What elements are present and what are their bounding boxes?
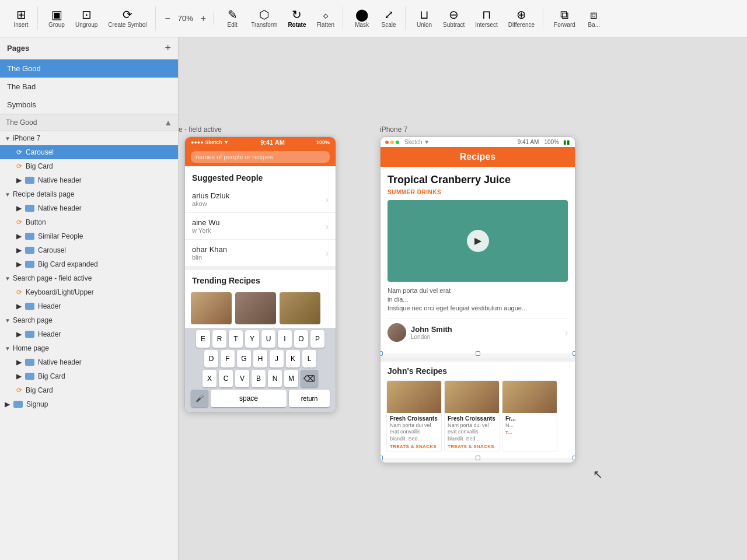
back-button[interactable]: ⧈ Ba... [581,6,607,30]
layer-item-home-big-card-symbol[interactable]: ⟳ Big Card [0,383,178,397]
page-tab-the-good[interactable]: The Good [0,60,178,78]
mask-button[interactable]: ⬤ Mask [349,6,375,30]
selection-divider [381,354,575,358]
key-l[interactable]: L [302,350,316,368]
layer-item-keyboard[interactable]: ⟳ Keyboard/Light/Upper [0,285,178,299]
key-b[interactable]: B [252,370,266,387]
subtract-button[interactable]: ⊖ Subtract [438,6,469,30]
layer-item-big-card[interactable]: ⟳ Big Card [0,159,178,173]
layer-item-label: Native header [38,358,82,366]
layer-group-search-active[interactable]: ▼ Search page - field active [0,271,178,285]
layer-item-native-header[interactable]: ▶ Native header [0,173,178,187]
key-i[interactable]: I [278,330,292,348]
intersect-button[interactable]: ⊓ Intersect [470,6,502,30]
person-row-1[interactable]: arius Dziuk akow › [185,186,336,213]
key-r[interactable]: R [212,330,226,348]
key-g[interactable]: G [237,350,251,368]
key-c[interactable]: C [219,370,233,387]
layer-item-recipe-native-header[interactable]: ▶ Native header [0,201,178,215]
canvas[interactable]: e - field active ●●●● Sketch ▼ 9:41 AM 1… [179,37,747,560]
layer-group-recipe-details[interactable]: ▼ Recipe details page [0,187,178,201]
key-return[interactable]: return [289,390,330,407]
key-k[interactable]: K [286,350,300,368]
suggested-section: Suggested People [185,166,336,186]
folder-icon [25,233,34,240]
sketch-dots: Sketch ▼ 9:41 AM 100% ▮▮ [381,137,575,147]
recipe-nav-title: Recipes [388,152,568,162]
forward-button[interactable]: ⧉ Forward [549,6,580,30]
recipe-card-2[interactable]: Fresh Croissants Nam porta dui vel erat … [444,380,500,452]
layer-item-home-native-header[interactable]: ▶ Native header [0,355,178,369]
layer-group-home[interactable]: ▼ Home page [0,341,178,355]
mask-icon: ⬤ [355,9,368,20]
layer-item-signup[interactable]: ▶ Signup [0,397,178,411]
layer-item-label: Native header [38,204,82,212]
layer-item-home-big-card-folder[interactable]: ▶ Big Card [0,369,178,383]
layer-item-button[interactable]: ⟳ Button [0,215,178,229]
recipe-card-body-2: Fresh Croissants Nam porta dui vel erat … [445,413,499,452]
key-u[interactable]: U [261,330,275,348]
layer-item-carousel2[interactable]: ▶ Carousel [0,243,178,257]
zoom-in-button[interactable]: + [198,12,208,25]
group-button[interactable]: ▣ Group [44,6,69,30]
ungroup-button[interactable]: ⊡ Ungroup [71,6,102,30]
key-p[interactable]: P [310,330,324,348]
key-j[interactable]: J [270,350,284,368]
layer-group-iphone7[interactable]: ▼ iPhone 7 [0,131,178,145]
recipe-description: Nam porta dui vel eratin dia...tristique… [388,286,568,313]
recipe-card-3[interactable]: Fr... N... T... [502,380,557,452]
recipe-card-desc-2: Nam porta dui vel erat convallis blandit… [448,422,496,443]
layer-item-header-sp[interactable]: ▶ Header [0,327,178,341]
scale-button[interactable]: ⤢ Scale [376,6,402,30]
layer-item-big-card-expanded[interactable]: ▶ Big Card expanded [0,257,178,271]
add-page-button[interactable]: + [165,42,171,54]
search-active-label: Search page - field active [13,274,92,282]
recipe-cards-row: Fresh Croissants Nam porta dui vel erat … [381,378,575,458]
create-symbol-button[interactable]: ⟳ Create Symbol [103,6,151,30]
union-button[interactable]: ⊔ Union [411,6,437,30]
folder-icon-native-header [25,177,34,184]
key-space[interactable]: space [211,390,287,407]
recipe-video[interactable]: ▶ [388,200,568,282]
expand-arrow-recipe: ▼ [5,191,11,198]
flatten-button[interactable]: ⬦ Flatten [312,6,340,30]
ungroup-label: Ungroup [75,22,97,28]
recipe-card-desc-3: N... [505,422,554,429]
zoom-out-button[interactable]: − [163,12,173,25]
layer-item-similar-people[interactable]: ▶ Similar People [0,229,178,243]
key-x[interactable]: X [203,370,217,387]
recipe-card-1[interactable]: Fresh Croissants Nam porta dui vel erat … [386,380,442,452]
key-e[interactable]: E [196,330,210,348]
search-input-bar[interactable]: names of people or recipes [191,151,330,163]
insert-button[interactable]: ⊞ Insert [8,6,34,30]
key-d[interactable]: D [204,350,218,368]
play-button[interactable]: ▶ [467,230,489,252]
person-row-2[interactable]: aine Wu w York › [185,213,336,240]
layer-item-carousel[interactable]: ⟳ Carousel [0,145,178,159]
person-name-1: arius Dziuk [192,191,229,200]
author-row[interactable]: John Smith London › [388,318,568,346]
key-y[interactable]: Y [245,330,259,348]
recipe-card-desc-1: Nam porta dui vel erat convallis blandit… [390,422,438,443]
layer-group-search-page[interactable]: ▼ Search page [0,313,178,327]
key-m[interactable]: M [284,370,298,387]
transform-button[interactable]: ⬡ Transform [246,6,282,30]
keyboard: E R T Y U I O P D F G H J [185,328,336,412]
key-delete[interactable]: ⌫ [301,370,318,387]
key-o[interactable]: O [294,330,308,348]
key-mic[interactable]: 🎤 [191,390,208,407]
key-h[interactable]: H [253,350,267,368]
layer-item-header-search[interactable]: ▶ Header [0,299,178,313]
edit-button[interactable]: ✎ Edit [219,6,245,30]
key-n[interactable]: N [268,370,282,387]
chevron-2: › [326,222,329,231]
person-row-3[interactable]: ohar Khan blin › [185,240,336,267]
key-t[interactable]: T [229,330,243,348]
difference-button[interactable]: ⊕ Difference [504,6,539,30]
page-tab-symbols[interactable]: Symbols [0,96,178,114]
key-f[interactable]: F [221,350,235,368]
collapse-icon[interactable]: ▲ [164,118,172,127]
key-v[interactable]: V [235,370,249,387]
page-tab-the-bad[interactable]: The Bad [0,78,178,96]
rotate-button[interactable]: ↻ Rotate [283,6,310,30]
